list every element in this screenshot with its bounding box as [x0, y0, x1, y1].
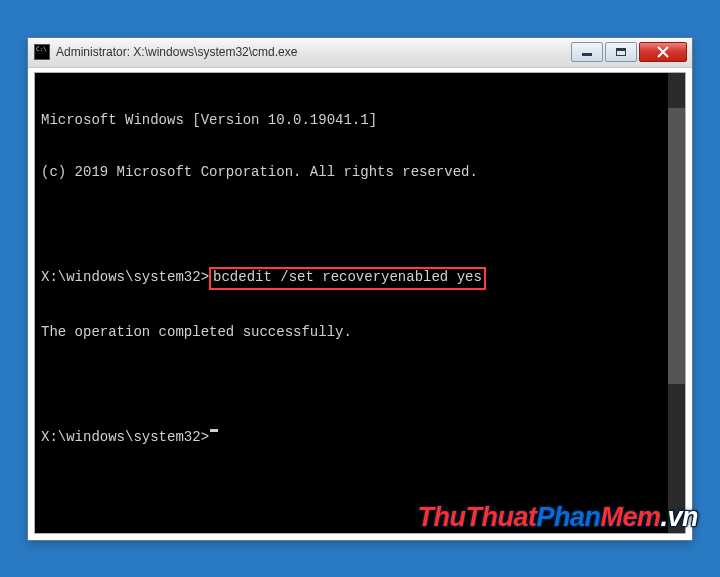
console-result-1: The operation completed successfully.	[41, 324, 352, 342]
vertical-scrollbar[interactable]	[668, 73, 685, 533]
console-version-line: Microsoft Windows [Version 10.0.19041.1]	[41, 112, 377, 130]
titlebar[interactable]: Administrator: X:\windows\system32\cmd.e…	[28, 38, 692, 68]
cmd-window: Administrator: X:\windows\system32\cmd.e…	[27, 37, 693, 541]
console-prompt-1: X:\windows\system32>	[41, 269, 209, 289]
cursor-icon	[210, 429, 218, 432]
command-highlight: bcdedit /set recoveryenabled yes	[209, 267, 486, 290]
console-command-1: bcdedit /set recoveryenabled yes	[213, 269, 482, 285]
scroll-thumb[interactable]	[668, 108, 685, 384]
maximize-icon	[616, 48, 626, 56]
console-area[interactable]: Microsoft Windows [Version 10.0.19041.1]…	[34, 72, 686, 534]
close-button[interactable]	[639, 42, 687, 62]
window-title: Administrator: X:\windows\system32\cmd.e…	[56, 45, 571, 59]
close-icon	[657, 46, 669, 58]
window-controls	[571, 42, 687, 62]
cmd-icon	[34, 44, 50, 60]
maximize-button[interactable]	[605, 42, 637, 62]
minimize-icon	[582, 53, 592, 56]
minimize-button[interactable]	[571, 42, 603, 62]
console-copyright-line: (c) 2019 Microsoft Corporation. All righ…	[41, 164, 478, 182]
console-prompt-2: X:\windows\system32>	[41, 429, 209, 447]
